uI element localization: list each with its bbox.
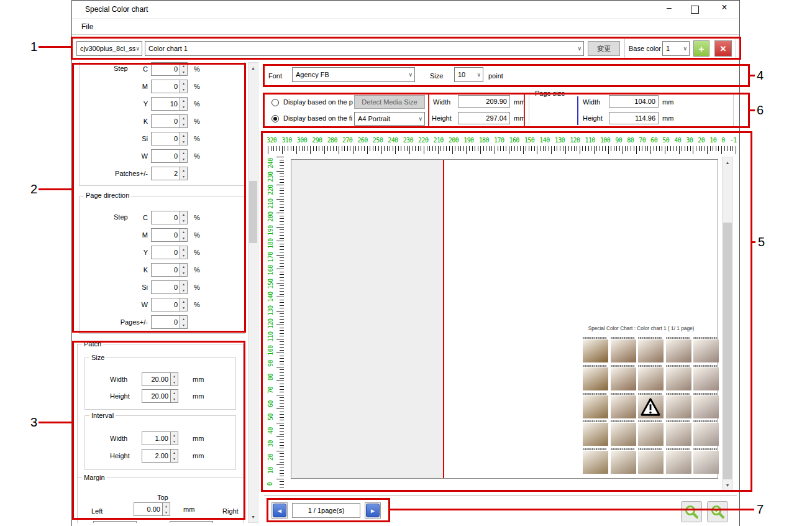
scrollbar-thumb[interactable] [249,181,257,243]
scrollbar-thumb[interactable] [723,223,732,479]
minimize-icon[interactable]: – [659,2,680,15]
spinner-buttons[interactable]: ▲▼ [180,80,188,93]
font-select[interactable]: Agency FB ∨ [292,67,415,82]
size-height-spinner[interactable]: 20.00 ▲▼ [142,389,178,403]
spinner-value[interactable]: 10 [151,97,180,111]
spinner-up-icon[interactable]: ▲ [180,264,187,270]
spinner-down-icon[interactable]: ▼ [180,173,187,180]
margin-top-value[interactable]: 0.00 [134,502,162,516]
spinner-up-icon[interactable]: ▲ [180,229,187,235]
spinner-value[interactable]: 0 [151,211,180,224]
spinner-value[interactable]: 0 [151,228,180,242]
value-spinner[interactable]: 10▲▼ [151,97,188,111]
spinner-buttons[interactable]: ▲▼ [180,246,188,259]
spinner-buttons[interactable]: ▲▼ [180,149,188,163]
spinner-up-icon[interactable]: ▲ [180,281,187,287]
value-spinner[interactable]: 0▲▼ [151,315,188,329]
page-size-width-field[interactable]: 104.00 [609,95,659,108]
spinner-up-icon[interactable]: ▲ [180,167,187,173]
margin-top-spinner[interactable]: 0.00 ▲▼ [134,502,170,516]
spinner-down-icon[interactable]: ▼ [180,69,187,75]
spinner-up-icon[interactable]: ▲ [171,390,178,396]
maximize-icon[interactable] [691,6,699,14]
add-chart-button[interactable]: + [693,40,709,57]
spinner-down-icon[interactable]: ▼ [180,235,187,241]
value-spinner[interactable]: 0▲▼ [151,246,188,259]
spinner-down-icon[interactable]: ▼ [180,270,187,276]
spinner-up-icon[interactable]: ▲ [180,80,187,86]
spinner-down-icon[interactable]: ▼ [180,156,187,162]
spinner-up-icon[interactable]: ▲ [180,150,187,156]
prev-page-button[interactable]: ◄ [271,502,288,519]
spinner-up-icon[interactable]: ▲ [171,450,178,456]
value-spinner[interactable]: 0▲▼ [151,228,188,242]
spinner-up-icon[interactable]: ▲ [180,211,187,218]
spinner-down-icon[interactable]: ▼ [171,396,178,402]
spinner-down-icon[interactable]: ▼ [180,252,187,259]
spinner-up-icon[interactable]: ▲ [180,316,187,322]
spinner-buttons[interactable]: ▲▼ [180,263,188,277]
paper-size-select[interactable]: A4 Portrait ∨ [354,112,425,126]
value-spinner[interactable]: 0▲▼ [151,62,188,76]
spinner-down-icon[interactable]: ▼ [180,139,187,145]
size-height-value[interactable]: 20.00 [142,389,170,403]
spinner-buttons[interactable]: ▲▼ [180,62,188,76]
value-spinner[interactable]: 0▲▼ [151,114,188,128]
value-spinner[interactable]: 0▲▼ [151,132,188,145]
scroll-up-icon[interactable]: ▲ [249,63,258,73]
spinner-down-icon[interactable]: ▼ [180,104,187,110]
value-spinner[interactable]: 0▲▼ [151,280,188,294]
spinner-up-icon[interactable]: ▲ [180,115,187,121]
spinner-down-icon[interactable]: ▼ [163,509,170,515]
spinner-buttons[interactable]: ▲▼ [180,167,188,180]
spinner-down-icon[interactable]: ▼ [180,86,187,93]
spinner-buttons[interactable]: ▲▼ [180,228,188,242]
scroll-down-icon[interactable]: ▼ [723,480,732,491]
spinner-value[interactable]: 0 [151,132,180,145]
spinner-down-icon[interactable]: ▼ [171,438,178,445]
spinner-up-icon[interactable]: ▲ [171,373,178,379]
spinner-up-icon[interactable]: ▲ [171,432,178,438]
size-width-value[interactable]: 20.00 [142,372,170,386]
spinner-down-icon[interactable]: ▼ [171,456,178,462]
size-width-spinner[interactable]: 20.00 ▲▼ [142,372,178,386]
spinner-buttons[interactable]: ▲▼ [180,132,188,145]
close-icon[interactable]: × [718,2,731,14]
spinner-value[interactable]: 0 [151,280,180,294]
page-size-height-field[interactable]: 114.96 [609,112,659,124]
spinner-value[interactable]: 0 [151,149,180,163]
spinner-up-icon[interactable]: ▲ [180,246,187,252]
spinner-up-icon[interactable]: ▲ [180,298,187,305]
value-spinner[interactable]: 0▲▼ [151,263,188,277]
detect-media-size-button[interactable]: Detect Media Size [354,95,425,109]
change-button[interactable]: 変更 [588,41,620,56]
zoom-in-button[interactable] [707,501,728,522]
device-select[interactable]: cjv300plus_8cl_ss ∨ [76,41,142,56]
radio-display-fixed[interactable] [271,115,279,122]
spinner-down-icon[interactable]: ▼ [180,287,187,293]
scroll-up-icon[interactable]: ▲ [723,157,732,168]
spinner-down-icon[interactable]: ▼ [180,322,187,328]
spinner-value[interactable]: 0 [151,62,180,76]
page-indicator-field[interactable]: 1 / 1page(s) [292,503,360,518]
spinner-buttons[interactable]: ▲▼ [180,315,188,329]
spinner-down-icon[interactable]: ▼ [171,379,178,385]
delete-chart-button[interactable]: ✕ [714,40,732,57]
margin-right-spinner[interactable] [170,521,213,523]
spinner-value[interactable]: 0 [151,263,180,277]
interval-height-spinner[interactable]: 2.00 ▲▼ [142,449,178,463]
value-spinner[interactable]: 0▲▼ [151,80,188,93]
spinner-buttons[interactable]: ▲▼ [180,298,188,311]
spinner-down-icon[interactable]: ▼ [180,121,187,127]
spinner-up-icon[interactable]: ▲ [180,63,187,69]
font-size-select[interactable]: 10 ∨ [454,67,483,82]
base-color-select[interactable]: 1 ∨ [662,41,690,56]
interval-width-value[interactable]: 1.00 [142,431,170,445]
spinner-up-icon[interactable]: ▲ [180,132,187,139]
spinner-value[interactable]: 0 [151,315,180,329]
spinner-value[interactable]: 0 [151,246,180,259]
interval-height-value[interactable]: 2.00 [142,449,170,463]
spinner-down-icon[interactable]: ▼ [180,218,187,224]
menu-file[interactable]: File [81,22,93,31]
spinner-value[interactable]: 2 [151,167,180,180]
